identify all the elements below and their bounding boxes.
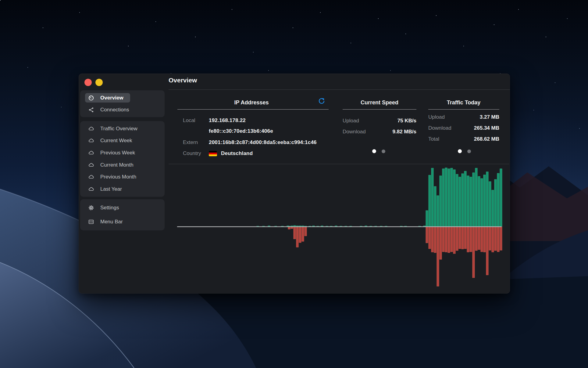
ip-local-v6-value: fe80::c30:70ed:13b6:406e	[209, 128, 273, 134]
cloud-icon	[88, 150, 94, 156]
sidebar-item-previous-week[interactable]: Previous Week	[85, 148, 142, 158]
gauge-icon	[88, 95, 94, 101]
speed-page-dot-active[interactable]	[372, 149, 376, 153]
cloud-icon	[88, 186, 94, 192]
sidebar-group-traffic: Traffic Overview Current Week Previous W…	[80, 121, 165, 197]
sidebar-item-traffic-overview[interactable]: Traffic Overview	[85, 124, 144, 133]
germany-flag-icon	[209, 151, 217, 156]
today-page-dot-active[interactable]	[458, 149, 462, 153]
ip-country-value: Deutschland	[221, 150, 253, 157]
chart-divider	[169, 164, 509, 164]
sidebar-item-label: Overview	[100, 95, 123, 101]
gear-icon	[88, 205, 94, 211]
ip-underline	[177, 109, 329, 110]
desktop: Overview Overview	[0, 0, 588, 368]
speed-download-label: Download	[343, 129, 366, 135]
ip-local-value: 192.168.178.22	[209, 117, 246, 124]
traffic-today-title: Traffic Today	[418, 99, 509, 106]
window-title: Overview	[169, 77, 197, 84]
menubar-icon	[88, 219, 94, 225]
ip-extern-value: 2001:16b8:2c87:4d00:8da5:eeba:c994:1c46	[209, 139, 317, 146]
sidebar-item-current-week[interactable]: Current Week	[85, 136, 139, 146]
today-upload-value: 3.27 MB	[480, 114, 499, 120]
speed-page-dot[interactable]	[382, 150, 385, 153]
minimize-button[interactable]	[95, 79, 103, 86]
ip-country-label: Country	[183, 150, 209, 157]
ip-addresses-title: IP Addresses	[206, 99, 297, 106]
sidebar-item-last-year[interactable]: Last Year	[85, 185, 129, 194]
sidebar-item-current-month[interactable]: Current Month	[85, 160, 140, 170]
today-total-value: 268.62 MB	[474, 136, 499, 142]
close-button[interactable]	[84, 79, 92, 86]
sidebar-group-main: Overview Connections	[80, 90, 165, 117]
today-upload-label: Upload	[428, 114, 445, 120]
today-total-label: Total	[428, 136, 439, 142]
current-speed-title: Current Speed	[334, 99, 425, 106]
ip-local-label: Local	[183, 117, 209, 124]
cloud-icon	[88, 138, 94, 144]
today-page-dot[interactable]	[467, 150, 471, 153]
speed-upload-value: 75 KB/s	[397, 118, 416, 124]
sidebar-item-connections[interactable]: Connections	[85, 105, 136, 114]
sidebar-group-app: Settings Menu Bar	[80, 199, 165, 230]
title-divider	[169, 89, 510, 90]
sidebar-item-menu-bar[interactable]: Menu Bar	[85, 217, 130, 227]
speed-download-value: 9.82 MB/s	[393, 129, 416, 135]
today-download-label: Download	[428, 125, 451, 131]
ip-extern-label: Extern	[183, 139, 209, 146]
traffic-today-underline	[428, 109, 499, 110]
refresh-icon	[318, 98, 325, 105]
sidebar-item-overview[interactable]: Overview	[85, 93, 130, 103]
speed-upload-label: Upload	[343, 118, 359, 124]
refresh-button[interactable]	[318, 98, 325, 105]
sidebar-item-settings[interactable]: Settings	[85, 203, 126, 213]
current-speed-underline	[343, 109, 416, 110]
sidebar-item-label: Connections	[100, 107, 129, 113]
cloud-icon	[88, 174, 94, 180]
cloud-icon	[88, 162, 94, 168]
cloud-icon	[88, 126, 94, 132]
share-icon	[88, 107, 94, 113]
today-download-value: 265.34 MB	[474, 125, 499, 131]
sidebar-item-previous-month[interactable]: Previous Month	[85, 172, 143, 182]
app-window: Overview Overview	[79, 74, 510, 294]
